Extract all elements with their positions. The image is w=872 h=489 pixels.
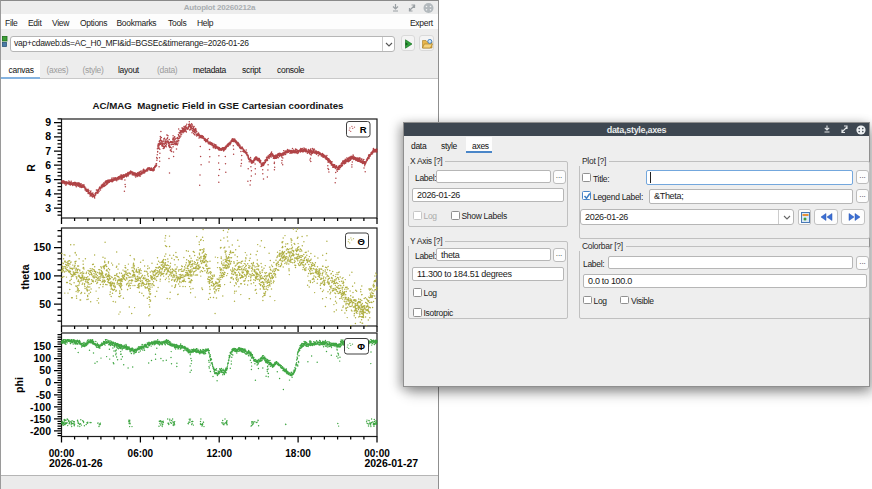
svg-text:R: R [360, 124, 367, 135]
svg-text:Θ: Θ [358, 236, 365, 247]
svg-text:100: 100 [33, 270, 51, 282]
svg-text:12:00: 12:00 [206, 448, 232, 459]
svg-text:7: 7 [45, 145, 51, 157]
svg-text:50: 50 [39, 298, 51, 310]
svg-text:Φ: Φ [357, 341, 365, 352]
svg-text:6: 6 [45, 159, 51, 171]
svg-text:AC/MAG Magnetic Field in GSE: AC/MAG Magnetic Field in GSE Cartesian c… [93, 100, 344, 111]
svg-text:2026-01-27: 2026-01-27 [364, 457, 418, 469]
svg-text:8: 8 [45, 130, 51, 142]
svg-text:150: 150 [33, 340, 51, 352]
svg-text:theta: theta [19, 264, 31, 289]
svg-text:150: 150 [33, 241, 51, 253]
svg-text:R: R [25, 164, 37, 172]
svg-text:5: 5 [45, 173, 51, 185]
svg-text:phi: phi [13, 377, 25, 393]
svg-text:100: 100 [33, 352, 51, 364]
svg-text:-100: -100 [30, 401, 51, 413]
svg-text:06:00: 06:00 [128, 448, 154, 459]
svg-text:3: 3 [45, 202, 51, 214]
svg-text:9: 9 [45, 116, 51, 128]
svg-text:-150: -150 [30, 413, 51, 425]
svg-text:2026-01-26: 2026-01-26 [49, 457, 103, 469]
svg-text:50: 50 [39, 364, 51, 376]
svg-text:18:00: 18:00 [285, 448, 311, 459]
svg-text:-50: -50 [36, 389, 51, 401]
svg-text:-200: -200 [30, 425, 51, 437]
svg-text:0: 0 [45, 376, 51, 388]
svg-text:4: 4 [45, 187, 51, 199]
